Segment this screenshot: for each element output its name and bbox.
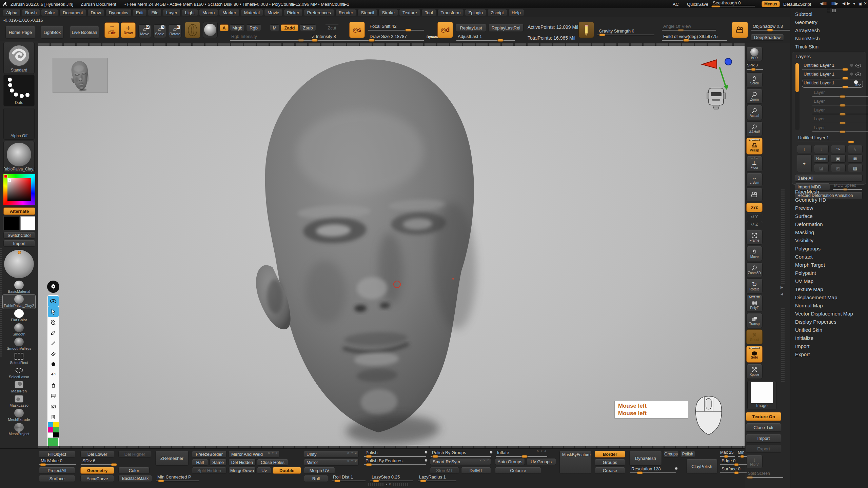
tray-section-header[interactable]: Contact [795,254,868,262]
camera-orientation-gizmo[interactable] [696,54,740,111]
tray-divider-2[interactable] [781,308,785,382]
whiteboard-button[interactable] [48,390,59,401]
rgb-button[interactable]: Rgb [246,24,261,31]
layer-row-empty[interactable]: Layer [812,89,868,97]
undo-button[interactable]: ↶ [48,369,59,380]
close-holes-button[interactable]: Close Holes [257,459,288,466]
uv-button[interactable]: Uv [257,467,271,474]
color-button[interactable]: Color [118,467,150,474]
del-hidden-button[interactable]: Del Hidden [229,459,256,466]
divider-open-icon[interactable]: ▶ [781,285,783,289]
clear-trash-button[interactable] [48,380,59,390]
tray-section-header[interactable]: Subtool [795,11,868,19]
menu-item[interactable]: Tool [421,9,436,16]
mirror-and-weld-button[interactable]: Mirror And WeldX Y Z [229,451,279,458]
layer-eye-icon[interactable] [855,72,861,77]
menu-item[interactable]: Light [182,9,198,16]
minimize-icon[interactable]: ▾ [853,1,855,6]
menu-item[interactable]: Edit [133,9,147,16]
tray-section-header[interactable]: Import [795,343,868,351]
default-zscript-button[interactable]: DefaultZScript [783,2,811,7]
material-item[interactable]: Flat Color [3,309,35,323]
layer-eye-icon[interactable] [855,63,861,68]
tray-section-header[interactable]: Thick Skin [795,44,868,52]
menu-item[interactable]: Texture [399,9,420,16]
main-color-swatch[interactable] [3,216,19,230]
unify-button[interactable]: UnifyX Y Z [304,451,359,458]
ghost-button[interactable]: ✎̸Ghost [746,329,763,344]
focal-shift-slider[interactable]: Focal Shift 42 [368,24,425,31]
tray-divider[interactable] [781,189,785,284]
dock-left-icon[interactable]: ◀ [842,1,845,6]
uv-groups-button[interactable]: Uv Groups [526,458,556,465]
sculpt-viewport[interactable]: ↶ Mouse left Mouse left [38,43,745,448]
draw-button[interactable]: ✛Draw [121,22,136,38]
layer-row[interactable]: Untitled Layer 1 [802,71,863,79]
tray-section-header[interactable]: Polygroups [795,246,868,254]
cursor-tool-button[interactable] [48,306,59,317]
menu-item[interactable]: Help [508,9,524,16]
field-of-view-slider[interactable]: Field of view(deg) 39.59775 [661,34,728,41]
polyframe-button[interactable]: Line Fill PolyF [746,295,763,312]
brush-item[interactable]: MaskLasso [3,394,35,408]
brush-item[interactable]: MaskPen [3,380,35,394]
restore-icon[interactable]: ▣ [859,1,862,6]
layer-row-empty[interactable]: Layer [812,125,868,132]
menu-item[interactable]: Render [335,9,357,16]
roll-dist-slider[interactable]: Roll Dist 1 [331,474,366,482]
layer-down-button[interactable]: ↓ [814,145,829,153]
flip-v-button[interactable]: ↕Flip V [746,455,763,468]
inflate-slider[interactable]: InflateX Y Z [495,450,548,458]
brush-item[interactable]: MeshExtrude [3,409,35,423]
sdiv-slider[interactable]: SDiv 6 [80,458,118,466]
ac-button[interactable]: AC [673,2,679,7]
switch-color-button[interactable]: SwitchColor [3,232,35,239]
tray-section-header[interactable]: ArrayMesh [795,27,868,36]
polish-by-groups-slider[interactable]: Polish By Groups [430,450,492,458]
polish-slider[interactable]: Polish [363,450,427,458]
merge-down-button[interactable]: MergeDown [229,467,256,474]
zoom3d-button[interactable]: Zoom3D [746,262,763,277]
annotation-pen-bubble[interactable] [47,281,59,293]
sv-cursor[interactable] [8,179,11,182]
menu-item[interactable]: Draw [87,9,104,16]
highlighter-tool-button[interactable] [48,327,59,338]
scroll-button[interactable]: Scroll [746,73,763,87]
menu-item[interactable]: Macro [199,9,218,16]
menu-item[interactable]: Zplugin [465,9,486,16]
layer-redo-button[interactable]: ↷ [831,145,846,153]
zcut-button[interactable]: Zcut [325,24,339,31]
color-sv-square[interactable] [7,178,31,201]
texture-on-button[interactable]: Texture On [746,412,781,421]
layer-mode-dot[interactable] [850,64,853,67]
new-layer-button[interactable]: + [797,155,812,172]
layer-name-button[interactable]: Name [814,155,829,163]
groups-button[interactable]: Groups [595,459,625,466]
layer-branch-button[interactable]: ↳ [848,145,863,153]
tray-section-header[interactable]: Display Properties [795,319,868,327]
polish-toggle[interactable] [425,451,428,454]
tray-section-header[interactable]: Visibility [795,238,868,246]
claypolish-surface-slider[interactable]: Surface 0 [719,466,747,474]
local-symmetry-button[interactable]: ↔L.Sym [746,173,763,186]
menu-item[interactable]: File [148,9,162,16]
move-3d-button[interactable]: Move [746,246,763,261]
brush-item[interactable]: SmoothValleys [3,338,35,351]
brush-item[interactable]: SelectLasso [3,366,35,380]
current-layer-slider[interactable]: Untitled Layer 1 [797,135,863,142]
bpr-render-button[interactable]: BPR [746,47,763,61]
material-item-selected[interactable]: FabioPaiva_Clay2 [3,295,35,309]
alpha-off-thumbnail[interactable]: Alpha Off [3,108,35,140]
layer-row-selected[interactable]: Untitled Layer 1 REC [802,80,863,87]
live-boolean-button[interactable]: Live Boolean [70,26,99,39]
roll-button[interactable]: Roll [304,475,328,482]
tray-section-header[interactable]: Masking [795,229,868,238]
tray-section-header[interactable]: Initialize [795,335,868,343]
scale-button[interactable]: S ▱Scale [153,24,166,38]
draw-size-slider[interactable]: Draw Size 2.18787 [368,34,425,41]
tray-grip[interactable]: ▲▼ [368,483,409,486]
layer-up-button[interactable]: ↑ [797,145,812,153]
xyz-rotation-button[interactable]: XYZ [746,203,763,212]
clone-txtr-button[interactable]: Clone Txtr [746,423,781,432]
floor-button[interactable]: X Y Z ⊥ Floor [746,156,763,171]
